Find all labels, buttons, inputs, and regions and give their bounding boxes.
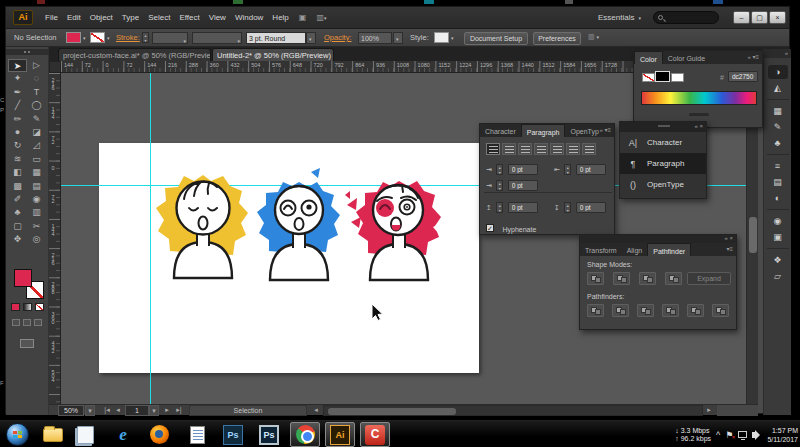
chevron-down-icon[interactable]: ▾ (83, 35, 86, 41)
chevron-down-icon[interactable]: ▾ (451, 35, 454, 41)
ellipse-tool[interactable]: ◯ (27, 99, 46, 112)
draw-inside-icon[interactable] (34, 319, 42, 326)
fill-swatch[interactable] (14, 269, 32, 287)
symbol-options-icon[interactable]: ▥ ▾ (588, 33, 599, 41)
zoom-level-field[interactable]: 50% (58, 405, 84, 416)
first-artboard-button[interactable]: |◂ (101, 405, 113, 416)
align-center-button[interactable] (502, 143, 516, 155)
color-button[interactable] (11, 303, 20, 311)
menu-file[interactable]: File (45, 13, 58, 22)
tab-overflow-icon[interactable]: » (747, 54, 750, 60)
panel-menu-icon[interactable]: ▾≡ (752, 54, 759, 60)
tab-color-guide[interactable]: Color Guide (663, 51, 710, 64)
unite-button[interactable] (587, 272, 604, 285)
horizontal-scrollbar[interactable] (323, 405, 703, 416)
brush-dropdown-caret[interactable]: ▾ (306, 32, 316, 44)
swatches-icon[interactable]: ▦ (768, 104, 788, 118)
mesh-tool[interactable]: ▩ (8, 180, 27, 193)
taskbar-photoshop-2[interactable]: Ps (254, 422, 284, 447)
drag-grip[interactable] (658, 125, 670, 127)
lasso-tool[interactable]: ◌ (27, 72, 46, 85)
menu-window[interactable]: Window (235, 13, 263, 22)
pencil-tool[interactable]: ✎ (27, 113, 46, 126)
opacity-dropdown[interactable]: 100% (358, 32, 392, 44)
align-left-button[interactable] (486, 143, 500, 155)
type-tool[interactable]: T (27, 86, 46, 99)
width-tool[interactable]: ≋ (8, 153, 27, 166)
perspective-grid-tool[interactable]: ▦ (27, 166, 46, 179)
eyedropper-tool[interactable]: ✐ (8, 193, 27, 206)
dock-item-paragraph[interactable]: ¶ Paragraph (620, 153, 706, 174)
outline-button[interactable] (687, 304, 704, 317)
menu-select[interactable]: Select (148, 13, 170, 22)
appearance-icon[interactable]: ◉ (768, 214, 788, 228)
taskbar-camtasia[interactable]: C (360, 422, 390, 447)
tab-opentype[interactable]: OpenTyp (565, 124, 599, 137)
expand-panels-icon[interactable]: « (764, 49, 791, 58)
eraser-tool[interactable]: ◪ (27, 126, 46, 139)
stroke-link[interactable]: Stroke: (116, 33, 140, 42)
collapse-panels-icon[interactable]: « (694, 123, 697, 129)
tab-align[interactable]: Align (622, 243, 648, 256)
black-swatch[interactable] (655, 71, 670, 82)
artboard-number-field[interactable]: 1 (125, 405, 149, 416)
dock-item-character[interactable]: A| Character (620, 132, 706, 153)
face-blue[interactable] (247, 165, 351, 283)
tools-panel-grip[interactable] (6, 49, 49, 55)
scale-tool[interactable]: ◿ (27, 139, 46, 152)
line-tool[interactable]: ╱ (8, 99, 27, 112)
stroke-weight-dropdown[interactable]: ▾ (152, 32, 188, 44)
blend-tool[interactable]: ◉ (27, 193, 46, 206)
taskbar-notepad[interactable] (70, 422, 100, 447)
stroke-icon[interactable]: ≡ (768, 159, 788, 173)
artboard-tool[interactable]: ▢ (8, 220, 27, 233)
panel-resize-grip[interactable] (689, 113, 709, 116)
prev-artboard-button[interactable]: ◂ (113, 405, 123, 416)
artboards-icon[interactable]: ▱ (768, 269, 788, 283)
stepper[interactable]: ▴▾ (496, 164, 503, 175)
taskbar-photoshop[interactable]: Ps (218, 422, 248, 447)
panel-menu-icon[interactable]: ▾≡ (604, 127, 611, 133)
column-graph-tool[interactable]: ▥ (27, 206, 46, 219)
rotate-tool[interactable]: ↻ (8, 139, 27, 152)
justify-all-button[interactable] (582, 143, 596, 155)
color-guide-icon[interactable]: ◭ (768, 81, 788, 95)
right-indent-field[interactable] (576, 164, 606, 175)
fill-color-swatch[interactable] (66, 32, 81, 43)
transparency-icon[interactable]: ◐ (768, 191, 788, 205)
white-swatch[interactable] (671, 73, 684, 82)
menu-edit[interactable]: Edit (67, 13, 81, 22)
brushes-icon[interactable]: ✎ (768, 120, 788, 134)
taskbar-illustrator[interactable]: Ai (325, 422, 355, 447)
speaker-icon[interactable] (752, 432, 756, 438)
start-button[interactable] (6, 423, 29, 446)
none-swatch[interactable] (642, 73, 655, 82)
blob-brush-tool[interactable]: ● (8, 126, 27, 139)
minus-back-button[interactable] (712, 304, 729, 317)
symbols-icon[interactable]: ♣ (768, 136, 788, 150)
none-button[interactable] (35, 303, 44, 311)
menu-type[interactable]: Type (122, 13, 139, 22)
tab-project-custom-face[interactable]: project-custom-face.ai* @ 50% (RGB/Previ… (58, 48, 211, 61)
brush-definition-dropdown[interactable]: 3 pt. Round (246, 32, 306, 44)
gradient-icon[interactable]: ▤ (768, 175, 788, 189)
taskbar-word-document[interactable] (182, 422, 212, 447)
maximize-button[interactable]: ▢ (751, 11, 768, 24)
minimize-button[interactable]: – (733, 11, 750, 24)
zoom-dropdown-caret[interactable]: ▾ (85, 405, 95, 416)
stroke-color-swatch[interactable] (90, 32, 105, 43)
first-line-indent-field[interactable] (508, 180, 538, 191)
dock-item-opentype[interactable]: () OpenType (620, 174, 706, 195)
ruler-origin[interactable] (49, 61, 61, 73)
action-center-icon[interactable]: ⚑× (725, 430, 733, 440)
screen-mode-button[interactable] (20, 339, 34, 348)
merge-button[interactable] (637, 304, 654, 317)
space-after-field[interactable] (576, 202, 606, 213)
graphic-styles-icon[interactable]: ▣ (768, 230, 788, 244)
taskbar-internet-explorer[interactable]: e (108, 422, 138, 447)
next-artboard-button[interactable]: ▸ (162, 405, 172, 416)
menu-effect[interactable]: Effect (179, 13, 199, 22)
trim-button[interactable] (612, 304, 629, 317)
opacity-dropdown-caret[interactable]: ▾ (393, 32, 403, 44)
preferences-button[interactable]: Preferences (533, 32, 581, 45)
